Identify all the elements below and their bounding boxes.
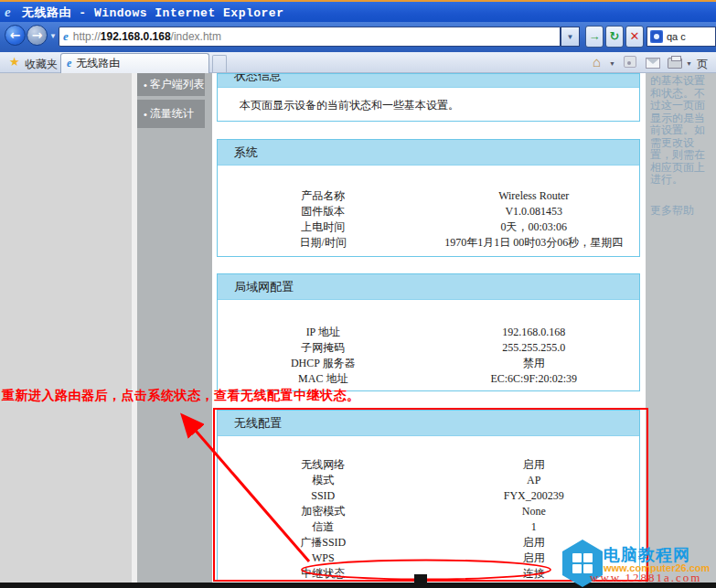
search-provider-icon xyxy=(650,30,663,43)
page-favicon-icon: e xyxy=(63,29,69,44)
navigation-toolbar: ← → ▼ e http://192.168.0.168/index.htm ▼… xyxy=(0,22,716,52)
field-value: 禁用 xyxy=(429,356,640,371)
star-icon: ★ xyxy=(9,55,20,69)
compatibility-view-button[interactable]: → xyxy=(585,26,604,48)
field-value: 0天，00:03:06 xyxy=(429,219,640,235)
home-chevron-icon[interactable]: ▼ xyxy=(609,60,615,67)
field-label: 无线网络 xyxy=(218,457,429,473)
field-label: 固件版本 xyxy=(218,204,429,219)
field-label: 子网掩码 xyxy=(218,340,429,356)
title-bar: e 无线路由 - Windows Internet Explorer xyxy=(0,0,716,22)
field-value: 1970年1月1日 00时03分06秒，星期四 xyxy=(429,235,640,251)
field-label: 日期/时间 xyxy=(218,235,429,251)
status-info-text: 本页面显示设备的当前状态和一些基本设置。 xyxy=(218,88,639,113)
recent-pages-chevron-icon[interactable]: ▼ xyxy=(49,32,57,40)
help-text: 的基本设置和状态。不过这一页面显示的是当前设置。如需更改设置，则需在相应页面上进… xyxy=(650,74,705,186)
table-row: 固件版本V1.0.081453 xyxy=(218,204,639,219)
table-row: SSIDFYX_200239 xyxy=(218,488,639,504)
system-section: 系统 产品名称Wireless Router固件版本V1.0.081453上电时… xyxy=(217,139,640,257)
address-url: http://192.168.0.168/index.htm xyxy=(73,30,221,43)
tab-wireless-router[interactable]: e 无线路由 xyxy=(60,53,209,73)
address-bar[interactable]: e http://192.168.0.168/index.htm xyxy=(59,27,561,47)
tab-title: 无线路由 xyxy=(76,56,120,71)
bullet-icon: • xyxy=(144,109,147,120)
field-value: 255.255.255.0 xyxy=(429,340,640,356)
field-label: 广播SSID xyxy=(218,535,429,551)
feeds-icon[interactable] xyxy=(624,56,636,68)
sidebar-item-label: 客户端列表 xyxy=(150,77,205,92)
table-row: 日期/时间1970年1月1日 00时03分06秒，星期四 xyxy=(218,235,639,251)
field-label: 上电时间 xyxy=(218,219,429,235)
lan-table: IP 地址192.168.0.168子网掩码255.255.255.0DHCP … xyxy=(218,300,639,387)
field-label: SSID xyxy=(218,488,429,504)
table-row: MAC 地址EC:6C:9F:20:02:39 xyxy=(218,371,639,387)
sidebar-item-label: 流量统计 xyxy=(150,106,194,122)
field-label: 信道 xyxy=(218,519,429,535)
favorites-button[interactable]: 收藏夹 xyxy=(25,57,58,72)
field-value: 启用 xyxy=(429,457,640,473)
field-label: 产品名称 xyxy=(218,188,429,204)
mail-icon[interactable] xyxy=(646,58,660,69)
system-table: 产品名称Wireless Router固件版本V1.0.081453上电时间0天… xyxy=(218,166,639,251)
status-info-box: 状态信息 本页面显示设备的当前状态和一些基本设置。 xyxy=(217,73,640,122)
field-value: V1.0.081453 xyxy=(429,204,640,219)
section-header: 系统 xyxy=(218,140,639,166)
section-header: 局域网配置 xyxy=(218,274,639,300)
table-row: 无线网络启用 xyxy=(218,457,639,473)
lan-section: 局域网配置 IP 地址192.168.0.168子网掩码255.255.255.… xyxy=(217,273,640,391)
field-value: 192.168.0.168 xyxy=(429,325,640,340)
home-icon[interactable]: ⌂ xyxy=(593,54,601,69)
print-chevron-icon[interactable]: ▼ xyxy=(686,60,692,67)
field-label: 模式 xyxy=(218,473,429,488)
more-help-link[interactable]: 更多帮助 xyxy=(650,205,711,218)
field-label: DHCP 服务器 xyxy=(218,356,429,371)
field-value: FYX_200239 xyxy=(429,488,640,504)
field-label: 加密模式 xyxy=(218,504,429,519)
annotation-text: 重新进入路由器后，点击系统状态，查看无线配置中继状态。 xyxy=(2,388,360,404)
bullet-icon: • xyxy=(144,80,147,91)
table-row: 加密模式None xyxy=(218,504,639,519)
new-tab-button[interactable] xyxy=(212,55,227,72)
watermark-url-red: www.12881a.com xyxy=(590,571,701,585)
field-label: WPS xyxy=(218,551,429,566)
field-value: None xyxy=(429,504,640,519)
table-row: 模式AP xyxy=(218,473,639,488)
printer-icon[interactable] xyxy=(668,58,682,69)
search-input[interactable]: qa c xyxy=(667,31,686,42)
field-value: 1 xyxy=(429,519,640,535)
ie-logo-icon: e xyxy=(5,5,19,19)
table-row: 信道1 xyxy=(218,519,639,535)
window-title: 无线路由 - Windows Internet Explorer xyxy=(22,5,283,21)
back-button[interactable]: ← xyxy=(5,25,26,46)
sidebar-item-traffic-stats[interactable]: • 流量统计 xyxy=(137,100,205,128)
stop-button[interactable]: ✕ xyxy=(625,26,644,48)
refresh-button[interactable]: ↻ xyxy=(605,26,624,48)
field-value: AP xyxy=(429,473,640,488)
main-content: 状态信息 本页面显示设备的当前状态和一些基本设置。 系统 产品名称Wireles… xyxy=(212,73,646,583)
field-value: Wireless Router xyxy=(429,188,640,204)
table-row: 子网掩码255.255.255.0 xyxy=(218,340,639,356)
table-row: 产品名称Wireless Router xyxy=(218,188,639,204)
field-value: EC:6C:9F:20:02:39 xyxy=(429,371,640,387)
sidebar-menu: • 客户端列表 • 流量统计 xyxy=(137,73,212,583)
field-label: 中继状态 xyxy=(218,566,429,582)
table-row: IP 地址192.168.0.168 xyxy=(218,325,639,340)
background-artifact xyxy=(414,574,427,583)
page-menu-button[interactable]: 页 xyxy=(697,57,708,72)
status-info-header: 状态信息 xyxy=(218,74,639,88)
search-box[interactable]: qa c xyxy=(647,27,716,47)
tab-favicon-icon: e xyxy=(67,57,71,70)
table-row: 上电时间0天，00:03:06 xyxy=(218,219,639,235)
favorites-bar: ★ 收藏夹 e 无线路由 ⌂ ▼ ▼ 页 xyxy=(0,52,716,73)
table-row: DHCP 服务器禁用 xyxy=(218,356,639,371)
forward-button[interactable]: → xyxy=(27,25,48,46)
help-panel: 的基本设置和状态。不过这一页面显示的是当前设置。如需更改设置，则需在相应页面上进… xyxy=(646,73,716,583)
address-dropdown-button[interactable]: ▼ xyxy=(561,27,580,47)
section-header: 无线配置 xyxy=(218,411,639,436)
field-label: MAC 地址 xyxy=(218,371,429,387)
field-label: IP 地址 xyxy=(218,325,429,340)
sidebar-item-client-list[interactable]: • 客户端列表 xyxy=(137,73,205,96)
